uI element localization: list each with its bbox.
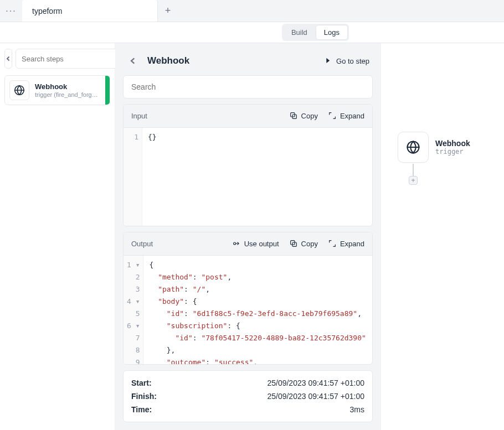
detail-search-box[interactable] (123, 75, 373, 99)
timing-panel: Start:25/09/2023 09:41:57 +01:00 Finish:… (123, 370, 373, 422)
output-copy-button[interactable]: Copy (289, 239, 318, 248)
tab-label: typeform (32, 7, 62, 15)
sidebar-search-input[interactable] (16, 49, 121, 69)
input-gutter: 1 (124, 128, 142, 226)
sidebar-back-button[interactable] (4, 49, 12, 69)
input-expand-button[interactable]: Expand (328, 111, 364, 120)
output-label: Output (131, 240, 153, 248)
start-label: Start: (131, 379, 152, 387)
step-card-title: Webhook (35, 82, 98, 91)
step-card-subtitle: trigger (fire_and_forg… (35, 91, 98, 98)
output-panel: Output Use output Copy Expand (123, 232, 373, 365)
step-card-status-accent (105, 76, 110, 105)
add-tab-button[interactable]: + (158, 0, 178, 22)
time-label: Time: (131, 405, 152, 414)
steps-sidebar: Webhook trigger (fire_and_forg… (0, 43, 115, 430)
sub-bar: Build Logs (0, 22, 504, 43)
input-panel: Input Copy Expand 1 {} (123, 104, 373, 226)
canvas-node-subtitle: trigger (435, 148, 470, 156)
detail-pane: Webhook Go to step Input Copy (115, 43, 381, 430)
toggle-logs[interactable]: Logs (316, 25, 347, 39)
detail-title: Webhook (147, 55, 189, 66)
canvas-node-title: Webhook (435, 139, 470, 148)
input-copy-button[interactable]: Copy (289, 111, 318, 120)
canvas-connector (413, 164, 414, 176)
workflow-canvas[interactable]: Webhook trigger + (381, 43, 504, 430)
detail-search-input[interactable] (131, 82, 364, 91)
toggle-build[interactable]: Build (284, 25, 315, 39)
time-value: 3ms (350, 405, 364, 414)
output-expand-button[interactable]: Expand (328, 239, 364, 248)
tab-menu-dots[interactable]: ··· (0, 0, 22, 22)
start-value: 25/09/2023 09:41:57 +01:00 (267, 379, 364, 387)
go-to-step-button[interactable]: Go to step (325, 57, 369, 65)
globe-icon (398, 132, 429, 163)
globe-icon (9, 80, 29, 100)
build-logs-toggle: Build Logs (282, 24, 349, 41)
finish-value: 25/09/2023 09:41:57 +01:00 (267, 392, 364, 401)
svg-point-5 (233, 242, 235, 245)
detail-back-button[interactable] (126, 54, 140, 68)
go-to-step-label: Go to step (336, 57, 369, 65)
output-code[interactable]: { "method": "post", "path": "/", "body":… (143, 256, 371, 365)
tab-bar: ··· typeform + (0, 0, 504, 22)
use-output-button[interactable]: Use output (232, 239, 279, 248)
input-label: Input (131, 112, 147, 120)
canvas-node-webhook[interactable]: Webhook trigger (398, 132, 470, 163)
output-gutter: 1 ▾234 ▾56 ▾789 (124, 256, 143, 365)
add-node-button[interactable]: + (409, 176, 418, 185)
finish-label: Finish: (131, 392, 157, 401)
input-code[interactable]: {} (142, 128, 162, 226)
step-card-webhook[interactable]: Webhook trigger (fire_and_forg… (4, 75, 110, 105)
tab-active[interactable]: typeform (22, 0, 158, 22)
